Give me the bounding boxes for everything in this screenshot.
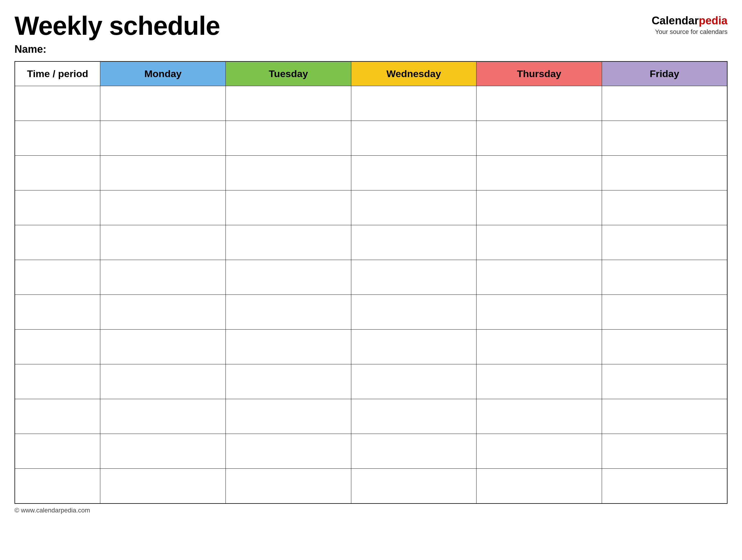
col-header-time: Time / period (15, 61, 100, 86)
table-row (15, 295, 727, 329)
table-cell[interactable] (477, 191, 602, 225)
table-cell[interactable] (226, 225, 351, 260)
table-cell[interactable] (351, 156, 477, 191)
table-cell[interactable] (226, 399, 351, 434)
table-cell[interactable] (226, 156, 351, 191)
table-cell[interactable] (477, 121, 602, 156)
table-cell[interactable] (602, 295, 727, 329)
table-cell[interactable] (100, 191, 226, 225)
table-cell[interactable] (477, 86, 602, 121)
logo-tagline: Your source for calendars (655, 28, 728, 36)
table-row (15, 225, 727, 260)
table-cell[interactable] (100, 86, 226, 121)
table-cell[interactable] (477, 156, 602, 191)
table-cell[interactable] (100, 295, 226, 329)
table-cell[interactable] (100, 121, 226, 156)
table-cell[interactable] (226, 295, 351, 329)
table-cell[interactable] (477, 295, 602, 329)
table-cell[interactable] (602, 364, 727, 399)
logo-text: Calendarpedia (651, 14, 728, 27)
table-cell[interactable] (477, 364, 602, 399)
table-cell[interactable] (226, 86, 351, 121)
table-cell[interactable] (226, 469, 351, 504)
table-cell[interactable] (477, 434, 602, 469)
table-row (15, 434, 727, 469)
header-section: Weekly schedule Calendarpedia Your sourc… (14, 12, 728, 40)
table-cell[interactable] (100, 399, 226, 434)
table-cell[interactable] (351, 295, 477, 329)
table-cell[interactable] (602, 86, 727, 121)
table-row (15, 86, 727, 121)
col-header-friday: Friday (602, 61, 727, 86)
table-cell[interactable] (15, 191, 100, 225)
table-cell[interactable] (351, 191, 477, 225)
table-cell[interactable] (351, 399, 477, 434)
table-cell[interactable] (15, 364, 100, 399)
table-cell[interactable] (15, 469, 100, 504)
table-cell[interactable] (226, 329, 351, 364)
table-cell[interactable] (100, 469, 226, 504)
table-cell[interactable] (602, 260, 727, 295)
table-cell[interactable] (15, 225, 100, 260)
table-cell[interactable] (100, 434, 226, 469)
table-cell[interactable] (477, 469, 602, 504)
table-cell[interactable] (602, 121, 727, 156)
table-cell[interactable] (15, 156, 100, 191)
table-cell[interactable] (602, 191, 727, 225)
table-cell[interactable] (226, 121, 351, 156)
table-row (15, 121, 727, 156)
table-cell[interactable] (100, 156, 226, 191)
table-cell[interactable] (477, 399, 602, 434)
col-header-tuesday: Tuesday (226, 61, 351, 86)
table-cell[interactable] (351, 434, 477, 469)
table-cell[interactable] (15, 295, 100, 329)
table-row (15, 364, 727, 399)
logo-accent: pedia (699, 14, 728, 27)
table-cell[interactable] (226, 260, 351, 295)
title-area: Weekly schedule (14, 12, 651, 40)
table-cell[interactable] (100, 364, 226, 399)
table-cell[interactable] (351, 225, 477, 260)
table-cell[interactable] (602, 399, 727, 434)
footer: © www.calendarpedia.com (14, 507, 728, 514)
header-row: Time / period Monday Tuesday Wednesday T… (15, 61, 727, 86)
table-cell[interactable] (351, 121, 477, 156)
table-row (15, 191, 727, 225)
schedule-table: Time / period Monday Tuesday Wednesday T… (14, 61, 728, 504)
table-cell[interactable] (226, 364, 351, 399)
table-cell[interactable] (351, 364, 477, 399)
table-cell[interactable] (602, 225, 727, 260)
logo-brand: Calendar (651, 14, 699, 27)
table-body (15, 86, 727, 504)
page-title: Weekly schedule (14, 12, 651, 40)
table-cell[interactable] (15, 329, 100, 364)
table-row (15, 469, 727, 504)
table-cell[interactable] (15, 399, 100, 434)
table-cell[interactable] (351, 469, 477, 504)
table-row (15, 399, 727, 434)
table-cell[interactable] (477, 260, 602, 295)
table-row (15, 156, 727, 191)
table-cell[interactable] (226, 434, 351, 469)
table-cell[interactable] (351, 86, 477, 121)
table-cell[interactable] (477, 329, 602, 364)
table-cell[interactable] (100, 260, 226, 295)
table-cell[interactable] (351, 260, 477, 295)
table-cell[interactable] (602, 434, 727, 469)
table-cell[interactable] (15, 121, 100, 156)
logo-area: Calendarpedia Your source for calendars (651, 12, 728, 36)
table-cell[interactable] (351, 329, 477, 364)
footer-url: © www.calendarpedia.com (14, 507, 90, 514)
col-header-thursday: Thursday (477, 61, 602, 86)
table-cell[interactable] (602, 329, 727, 364)
table-cell[interactable] (15, 86, 100, 121)
table-cell[interactable] (100, 329, 226, 364)
table-cell[interactable] (15, 434, 100, 469)
col-header-wednesday: Wednesday (351, 61, 477, 86)
table-cell[interactable] (15, 260, 100, 295)
table-cell[interactable] (602, 156, 727, 191)
table-cell[interactable] (602, 469, 727, 504)
table-cell[interactable] (100, 225, 226, 260)
table-cell[interactable] (226, 191, 351, 225)
table-cell[interactable] (477, 225, 602, 260)
